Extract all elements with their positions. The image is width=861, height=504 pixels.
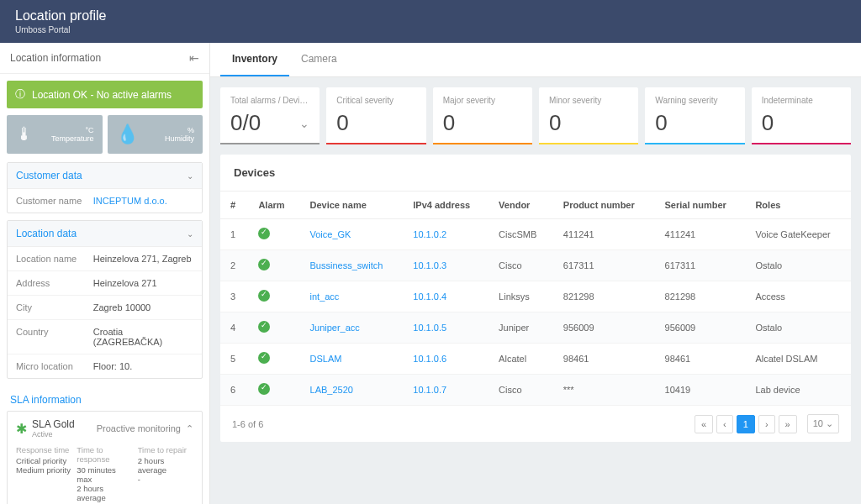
status-ok-icon <box>258 321 270 333</box>
kpi-card[interactable]: Indeterminate0 <box>752 87 851 144</box>
info-icon: ⓘ <box>15 87 25 102</box>
devices-table: # Alarm Device name IPv4 address Vendor … <box>220 191 851 406</box>
kpi-card[interactable]: Total alarms / Devices with alarms0/0⌄ <box>220 87 320 144</box>
status-ok-icon <box>258 383 270 395</box>
table-row[interactable]: 3int_acc10.1.0.4Linksys821298821298Acces… <box>220 281 851 312</box>
ip-link[interactable]: 10.1.0.6 <box>413 354 446 364</box>
device-link[interactable]: Juniper_acc <box>310 323 360 333</box>
status-dot-icon: ✱ <box>16 421 27 437</box>
temperature-card: 🌡 °CTemperature <box>7 115 103 154</box>
pager-info: 1-6 of 6 <box>232 419 263 429</box>
ip-link[interactable]: 10.1.0.3 <box>413 260 446 270</box>
status-ok-icon <box>258 290 270 302</box>
kpi-row: Total alarms / Devices with alarms0/0⌄Cr… <box>220 87 851 144</box>
status-banner: ⓘ Location OK - No active alarms <box>7 81 203 108</box>
collapse-icon[interactable]: ⇤ <box>189 51 199 65</box>
ip-link[interactable]: 10.1.0.5 <box>413 323 446 333</box>
table-row[interactable]: 6LAB_252010.1.0.7Cisco***10419Lab device <box>220 375 851 406</box>
app-header: Location profile Umboss Portal <box>0 0 861 43</box>
devices-title: Devices <box>220 155 851 191</box>
customer-panel-header[interactable]: Customer data ⌄ <box>8 163 202 189</box>
sidebar-title: Location information <box>10 52 101 64</box>
status-text: Location OK - No active alarms <box>32 89 172 101</box>
ip-link[interactable]: 10.1.0.2 <box>413 229 446 239</box>
thermometer-icon: 🌡 <box>15 123 34 145</box>
chevron-up-icon: ⌃ <box>186 423 193 434</box>
kpi-card[interactable]: Critical severity0 <box>326 87 425 144</box>
pager-next[interactable]: › <box>758 415 775 433</box>
ip-link[interactable]: 10.1.0.7 <box>413 385 446 395</box>
sidebar-header: Location information ⇤ <box>0 43 209 74</box>
table-row[interactable]: 5DSLAM10.1.0.6Alcatel9846198461Alcatel D… <box>220 344 851 375</box>
chevron-down-icon: ⌄ <box>187 229 193 239</box>
pager-first[interactable]: « <box>695 415 713 433</box>
kpi-card[interactable]: Minor severity0 <box>539 87 638 144</box>
table-row[interactable]: 4Juniper_acc10.1.0.5Juniper956009956009O… <box>220 312 851 344</box>
sla-card: ✱ SLA GoldActive Proactive monitoring⌃ R… <box>7 411 203 504</box>
page-title: Location profile <box>15 8 846 24</box>
kpi-card[interactable]: Major severity0 <box>433 87 532 144</box>
sla-section-title: SLA information <box>0 386 209 407</box>
device-link[interactable]: LAB_2520 <box>310 385 353 395</box>
humidity-card: 💧 %Humidity <box>108 115 203 154</box>
chevron-down-icon: ⌄ <box>187 171 193 181</box>
ip-link[interactable]: 10.1.0.4 <box>413 291 446 302</box>
tabs: Inventory Camera <box>210 43 861 77</box>
customer-link[interactable]: INCEPTUM d.o.o. <box>93 196 193 206</box>
location-panel-header[interactable]: Location data ⌄ <box>8 221 202 247</box>
portal-name: Umboss Portal <box>15 25 846 34</box>
sla-toggle[interactable]: Proactive monitoring⌃ <box>97 423 193 434</box>
device-link[interactable]: Voice_GK <box>310 229 351 239</box>
pager-prev[interactable]: ‹ <box>716 415 733 433</box>
table-row[interactable]: 2Bussiness_switch10.1.0.3Cisco6173116173… <box>220 250 851 281</box>
device-link[interactable]: DSLAM <box>310 354 342 364</box>
tab-inventory[interactable]: Inventory <box>220 43 289 76</box>
tab-camera[interactable]: Camera <box>289 43 349 76</box>
chevron-down-icon: ⌄ <box>299 117 309 130</box>
sidebar: Location information ⇤ ⓘ Location OK - N… <box>0 43 210 504</box>
table-row[interactable]: 1Voice_GK10.1.0.2CiscSMB411241411241Voic… <box>220 219 851 250</box>
status-ok-icon <box>258 352 270 364</box>
customer-panel: Customer data ⌄ Customer nameINCEPTUM d.… <box>7 162 203 213</box>
location-panel: Location data ⌄ Location nameHeinzelova … <box>7 220 203 379</box>
status-ok-icon <box>258 259 270 270</box>
device-link[interactable]: int_acc <box>310 291 340 302</box>
devices-panel: Devices # Alarm Device name IPv4 address… <box>220 155 851 442</box>
main-content: Inventory Camera Total alarms / Devices … <box>210 43 861 504</box>
droplet-icon: 💧 <box>116 123 139 145</box>
page-size-select[interactable]: 10 ⌄ <box>807 414 839 433</box>
device-link[interactable]: Bussiness_switch <box>310 260 383 270</box>
pager: 1-6 of 6 « ‹ 1 › » 10 ⌄ <box>220 406 851 442</box>
pager-last[interactable]: » <box>779 415 797 433</box>
kpi-card[interactable]: Warning severity0 <box>645 87 744 144</box>
pager-page[interactable]: 1 <box>737 415 755 433</box>
status-ok-icon <box>258 228 270 239</box>
